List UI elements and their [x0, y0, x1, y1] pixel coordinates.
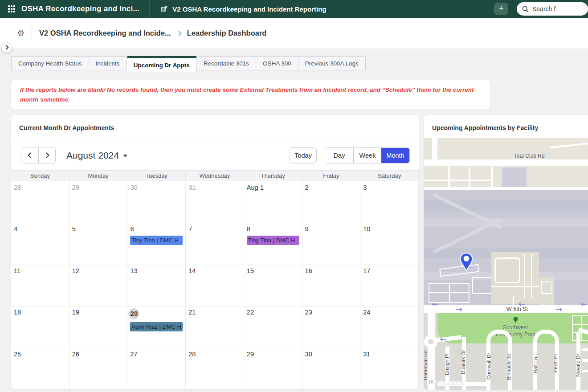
- tab-previous-300a-logs[interactable]: Previous 300A Logs: [298, 56, 366, 70]
- facility-map[interactable]: Teal Club Rd: [424, 138, 588, 390]
- appointment-event[interactable]: Asim Riaz | DMC H: [130, 322, 183, 331]
- top-bar: OSHA Recordkeeping and Inci... V2 OSHA R…: [0, 0, 588, 18]
- calendar-cell[interactable]: 26: [69, 348, 128, 390]
- today-button[interactable]: Today: [290, 147, 317, 163]
- calendar-cell[interactable]: Aug 1: [244, 182, 302, 223]
- view-button-day[interactable]: Day: [325, 148, 353, 163]
- calendar-cell[interactable]: 20Asim Riaz | DMC H: [127, 306, 186, 348]
- date-number: 21: [188, 309, 196, 316]
- calendar-cell[interactable]: 2: [302, 182, 361, 223]
- calendar-cell[interactable]: 14: [186, 265, 244, 306]
- calendar-cell[interactable]: 30: [127, 182, 186, 223]
- street-label-dunkirk-dr: Dunkirk Dr: [461, 342, 467, 382]
- tab-company-health-status[interactable]: Company Health Status: [11, 56, 89, 70]
- calendar-cell[interactable]: 15: [244, 265, 302, 306]
- prev-month-button[interactable]: [21, 147, 38, 163]
- date-number: 24: [363, 309, 370, 316]
- chevron-right-icon: [44, 152, 49, 158]
- calendar-cell[interactable]: 11: [11, 265, 69, 306]
- street-label-perth-pl: Perth Pl: [553, 343, 559, 384]
- calendar-cell[interactable]: 17: [360, 265, 419, 306]
- appointment-event[interactable]: Tiny Tina | DMC H: [247, 236, 299, 245]
- date-number: 2: [305, 184, 310, 191]
- calendar-cell[interactable]: 24: [360, 306, 419, 348]
- calendar-cell[interactable]: 25: [11, 348, 69, 390]
- gear-icon[interactable]: ⚙: [17, 29, 24, 37]
- calendar-header-divider: [11, 142, 419, 142]
- street-label-cornwall-dr: Cornwall Dr: [486, 346, 492, 386]
- map-road: [491, 286, 539, 287]
- mapbox-attribution[interactable]: m mapbox: [427, 377, 465, 386]
- calendar-cell[interactable]: 7: [186, 223, 244, 265]
- calendar-cell[interactable]: 19: [69, 306, 128, 348]
- map-road: [531, 254, 532, 298]
- calendar-cell[interactable]: 29: [244, 348, 302, 390]
- calendar-cell[interactable]: 23: [302, 306, 361, 348]
- breadcrumb-divider: [32, 26, 32, 41]
- app-grid-icon[interactable]: [8, 5, 15, 12]
- tab-upcoming-dr-appts[interactable]: Upcoming Dr Appts: [127, 56, 197, 72]
- map-label-teal-club-rd: Teal Club Rd: [514, 153, 545, 159]
- calendar-cell[interactable]: 6Tiny Tina | DMC H: [127, 223, 186, 265]
- day-header: Monday: [69, 171, 128, 181]
- calendar-cell[interactable]: 4: [11, 223, 69, 265]
- map-road: [513, 295, 514, 306]
- open-app-tab[interactable]: V2 OSHA Recordkeeping and Incident Repor…: [160, 5, 326, 13]
- app-edit-icon: [160, 5, 168, 13]
- calendar-cell[interactable]: 28: [186, 348, 244, 390]
- day-header: Wednesday: [186, 171, 244, 181]
- date-number: 12: [72, 267, 79, 274]
- map-road: [448, 167, 450, 190]
- date-number: 29: [247, 351, 254, 358]
- breadcrumb-app[interactable]: V2 OSHA Recordkeeping and Incide...: [39, 29, 171, 37]
- appointment-event[interactable]: Tiny Tina | DMC H: [130, 236, 183, 245]
- month-selector[interactable]: August 2024: [66, 150, 127, 161]
- map-road-teal-club: [424, 159, 588, 166]
- date-number: 16: [305, 267, 312, 274]
- calendar-cell[interactable]: 21: [186, 306, 244, 348]
- calendar-cell[interactable]: 30: [302, 348, 361, 390]
- notice-text: If the reports below are blank/ No recor…: [20, 85, 481, 105]
- date-number: 15: [247, 267, 254, 274]
- calendar-cell[interactable]: 16: [302, 265, 361, 306]
- calendar-cell[interactable]: 31: [186, 182, 244, 223]
- next-month-button[interactable]: [38, 147, 55, 163]
- map-building-outline: [472, 277, 493, 294]
- tab-incidents[interactable]: Incidents: [89, 56, 127, 70]
- topbar-divider: [149, 0, 150, 18]
- calendar-cell[interactable]: 29: [69, 182, 128, 223]
- one-way-arrow-icon: [432, 302, 438, 306]
- date-number: 11: [14, 267, 20, 274]
- calendar-cell[interactable]: 31: [360, 348, 419, 390]
- map-block: [502, 167, 527, 190]
- sidebar-expand-button[interactable]: [1, 42, 12, 53]
- search-placeholder: Search f: [532, 5, 555, 12]
- tab-recordable-301s[interactable]: Recordable 301s: [197, 56, 256, 70]
- calendar-cell[interactable]: 22: [244, 306, 302, 348]
- view-button-week[interactable]: Week: [353, 148, 381, 163]
- topbar-app-title[interactable]: OSHA Recordkeeping and Inci...: [21, 4, 139, 13]
- calendar-cell[interactable]: 9: [302, 223, 361, 265]
- calendar-cell[interactable]: 18: [11, 306, 69, 348]
- facility-map-pin[interactable]: [459, 252, 474, 273]
- breadcrumb-chevron-icon: [176, 31, 181, 36]
- tab-osha-300[interactable]: OSHA 300: [256, 56, 298, 70]
- calendar-cell[interactable]: 5: [69, 223, 128, 265]
- calendar-cell[interactable]: 12: [69, 265, 128, 306]
- calendar-cell[interactable]: 8Tiny Tina | DMC H: [244, 223, 302, 265]
- calendar-cell[interactable]: 13: [127, 265, 186, 306]
- screen: OSHA Recordkeeping and Inci... V2 OSHA R…: [0, 0, 588, 392]
- calendar-cell[interactable]: 3: [360, 182, 419, 223]
- global-search-input[interactable]: Search f: [517, 2, 588, 16]
- map-road: [491, 167, 493, 190]
- date-number: 8: [247, 225, 251, 233]
- view-button-month[interactable]: Month: [381, 148, 409, 163]
- calendar-cell[interactable]: 10: [360, 223, 419, 265]
- day-header: Thursday: [244, 171, 302, 181]
- tree-icon: [512, 316, 519, 324]
- add-button[interactable]: +: [494, 3, 508, 15]
- calendar-cell[interactable]: 27: [127, 348, 186, 390]
- map-road: [582, 370, 588, 372]
- date-number: 10: [363, 225, 370, 233]
- calendar-cell[interactable]: 28: [11, 182, 69, 223]
